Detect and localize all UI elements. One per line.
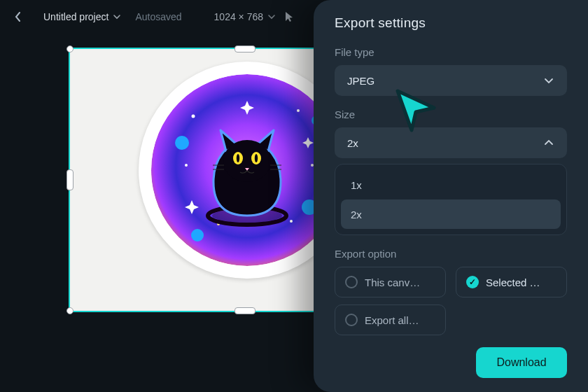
filetype-select[interactable]: JPEG: [335, 65, 567, 96]
export-option-this-canvas[interactable]: This canv…: [335, 267, 446, 298]
canvas-dimensions: 1024 × 768: [214, 11, 263, 22]
chevron-down-icon: [543, 75, 554, 86]
radio-checked-icon: [466, 276, 479, 288]
panel-title: Export settings: [335, 15, 567, 31]
size-label: Size: [335, 108, 567, 120]
svg-point-3: [185, 164, 188, 167]
resize-handle-tl[interactable]: [66, 46, 74, 52]
resize-handle-bottom[interactable]: [234, 307, 255, 314]
svg-point-1: [192, 115, 195, 118]
resize-handle-bl[interactable]: [66, 307, 74, 314]
project-name-dropdown[interactable]: Untitled project: [43, 11, 121, 22]
size-option-1x[interactable]: 1x: [341, 170, 561, 200]
filetype-label: File type: [335, 46, 567, 58]
export-settings-panel: Export settings File type JPEG Size 2x 1…: [314, 0, 588, 392]
radio-icon: [345, 314, 358, 326]
svg-point-16: [237, 154, 239, 162]
download-button[interactable]: Download: [476, 347, 567, 378]
svg-point-2: [297, 109, 300, 112]
filetype-value: JPEG: [347, 75, 374, 87]
size-dropdown: 1x 2x: [335, 164, 567, 235]
pointer-tool-icon[interactable]: [284, 11, 294, 22]
autosaved-label: Autosaved: [135, 11, 181, 22]
svg-point-7: [175, 136, 189, 150]
radio-icon: [345, 276, 358, 288]
svg-point-17: [255, 154, 258, 162]
chevron-down-icon: [267, 13, 276, 21]
svg-point-6: [290, 220, 293, 223]
export-option-export-all[interactable]: Export all…: [335, 304, 446, 335]
resize-handle-top[interactable]: [234, 46, 255, 52]
size-option-2x[interactable]: 2x: [341, 200, 561, 229]
canvas-dimensions-selector[interactable]: 1024 × 768: [214, 11, 276, 22]
project-name: Untitled project: [43, 11, 108, 22]
back-button[interactable]: [13, 11, 24, 22]
chevron-up-icon: [543, 137, 554, 148]
size-select[interactable]: 2x: [335, 127, 567, 158]
chevron-down-icon: [113, 13, 121, 21]
svg-point-8: [191, 229, 204, 241]
size-value: 2x: [347, 137, 358, 149]
export-option-label: Export option: [335, 248, 567, 260]
export-option-selected[interactable]: Selected …: [456, 267, 567, 298]
resize-handle-left[interactable]: [66, 169, 74, 190]
svg-point-13: [223, 140, 271, 182]
